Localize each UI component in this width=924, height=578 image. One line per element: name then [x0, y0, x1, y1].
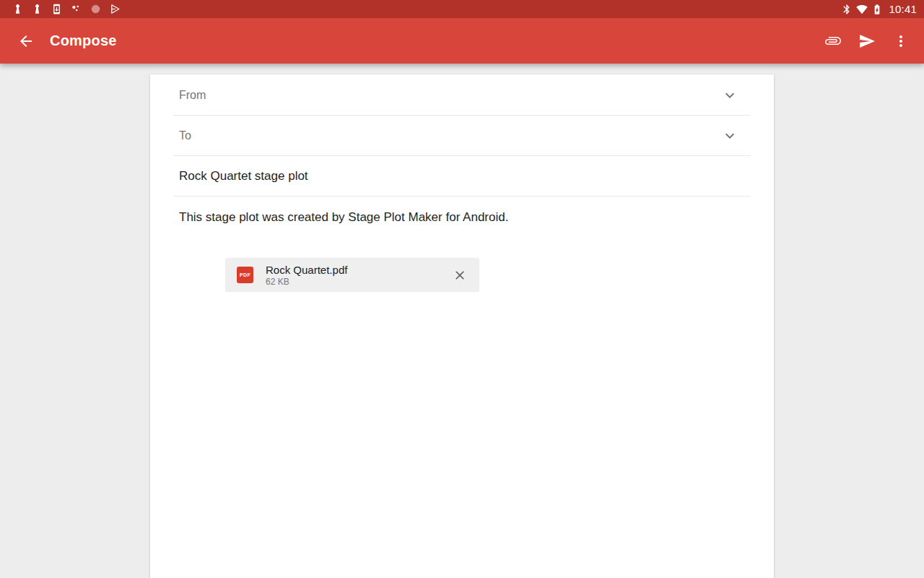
to-label: To	[179, 129, 191, 142]
status-bar-notification-icons	[0, 4, 121, 14]
body-field[interactable]: This stage plot was created by Stage Plo…	[150, 197, 774, 292]
status-bar-clock: 10:41	[889, 3, 917, 15]
close-icon	[453, 268, 467, 282]
back-button[interactable]	[17, 33, 35, 50]
pawn-notification-icon	[12, 4, 23, 14]
bluetooth-icon	[841, 4, 853, 15]
attachment-filesize: 62 KB	[266, 277, 347, 287]
page-title: Compose	[50, 33, 117, 49]
attach-icon	[824, 33, 842, 50]
app-bar: Compose	[0, 18, 924, 64]
pawn-notification-icon	[32, 4, 43, 14]
remove-attachment-button[interactable]	[453, 268, 467, 282]
wifi-icon	[856, 4, 868, 15]
app-bar-actions	[824, 33, 910, 50]
from-label: From	[179, 89, 206, 102]
to-field[interactable]: To	[150, 116, 774, 156]
attach-file-button[interactable]	[824, 33, 842, 50]
arrow-back-icon	[17, 33, 35, 50]
overflow-menu-button[interactable]	[892, 33, 910, 50]
attachment-filename: Rock Quartet.pdf	[266, 264, 347, 276]
compose-card: From To Rock Quartet stage plot This sta…	[150, 74, 774, 578]
send-button[interactable]	[858, 33, 876, 50]
subject-text: Rock Quartet stage plot	[179, 169, 308, 184]
to-expand-button[interactable]	[721, 127, 738, 144]
muted-notification-icon	[90, 4, 101, 14]
send-icon	[858, 33, 876, 50]
chevron-down-icon	[721, 127, 738, 144]
attachment-meta: Rock Quartet.pdf 62 KB	[266, 264, 347, 287]
chevron-down-icon	[721, 87, 738, 104]
compose-screen: From To Rock Quartet stage plot This sta…	[0, 64, 924, 578]
dots-cluster-icon	[71, 4, 82, 14]
subject-field[interactable]: Rock Quartet stage plot	[150, 156, 774, 197]
battery-charging-icon	[871, 4, 883, 15]
status-bar-system-icons: 10:41	[841, 3, 924, 15]
attachment-chip[interactable]: PDF Rock Quartet.pdf 62 KB	[225, 258, 479, 292]
status-bar: 10:41	[0, 0, 924, 18]
system-update-icon	[51, 4, 62, 14]
play-store-icon	[110, 4, 121, 14]
overflow-menu-icon	[892, 33, 910, 50]
pdf-file-icon: PDF	[237, 267, 253, 283]
from-field[interactable]: From	[150, 74, 774, 116]
from-expand-button[interactable]	[721, 87, 738, 104]
body-text: This stage plot was created by Stage Plo…	[179, 208, 745, 227]
